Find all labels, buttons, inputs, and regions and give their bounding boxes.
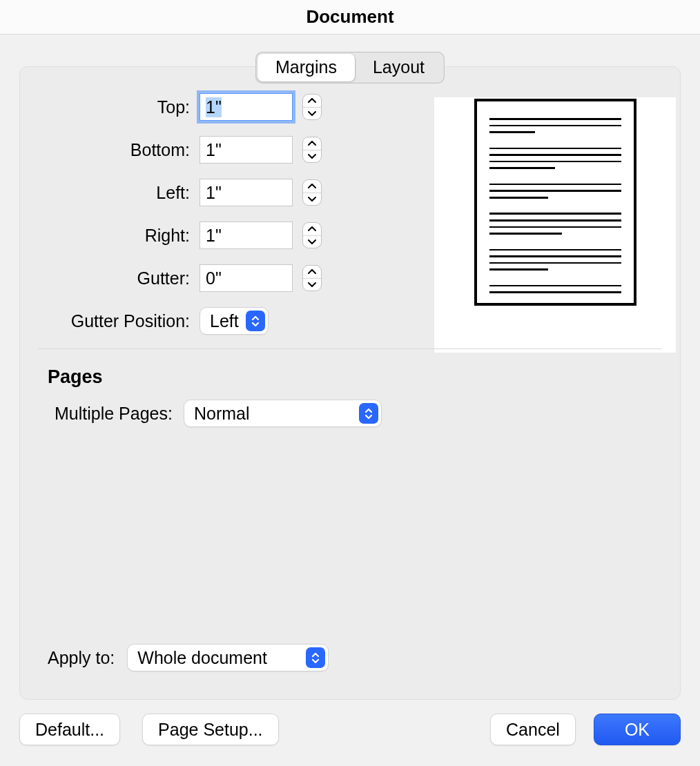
stepper-top-down[interactable] <box>303 108 321 120</box>
margins-fields: Top: Bottom: Left: Right: <box>48 93 322 350</box>
page-preview <box>474 99 636 306</box>
updown-chevron-icon <box>306 647 325 668</box>
label-left: Left: <box>48 183 200 203</box>
default-button[interactable]: Default... <box>19 714 120 745</box>
select-gutter-position-value: Left <box>210 311 246 331</box>
stepper-top[interactable] <box>302 94 322 120</box>
row-apply-to: Apply to: Whole document <box>48 644 329 671</box>
stepper-gutter[interactable] <box>302 265 322 291</box>
select-multiple-pages[interactable]: Normal <box>184 400 382 427</box>
cancel-button[interactable]: Cancel <box>490 714 576 745</box>
stepper-bottom-down[interactable] <box>303 150 321 163</box>
stepper-bottom[interactable] <box>302 137 322 163</box>
label-top: Top: <box>48 97 200 117</box>
input-right[interactable] <box>200 222 293 249</box>
label-multiple-pages: Multiple Pages: <box>55 404 184 424</box>
input-gutter[interactable] <box>200 264 293 292</box>
input-left[interactable] <box>200 179 293 206</box>
row-left: Left: <box>48 179 322 206</box>
page-setup-button[interactable]: Page Setup... <box>142 714 279 745</box>
page-preview-container <box>434 97 676 353</box>
label-right: Right: <box>48 226 200 246</box>
tab-bar: Margins Layout <box>255 52 445 84</box>
stepper-gutter-down[interactable] <box>303 279 321 291</box>
document-settings-panel: Margins Layout Top: Bottom: Left: <box>19 66 681 700</box>
stepper-right-up[interactable] <box>303 223 321 236</box>
input-top[interactable] <box>200 93 293 121</box>
stepper-left-up[interactable] <box>303 180 321 193</box>
pages-heading: Pages <box>48 366 103 388</box>
select-apply-to-value: Whole document <box>137 648 274 668</box>
label-gutter: Gutter: <box>48 268 200 288</box>
row-bottom: Bottom: <box>48 136 322 164</box>
label-bottom: Bottom: <box>48 140 200 160</box>
stepper-right[interactable] <box>302 222 322 248</box>
updown-chevron-icon <box>246 311 265 331</box>
stepper-gutter-up[interactable] <box>303 266 321 279</box>
row-gutter-position: Gutter Position: Left <box>48 307 322 335</box>
tab-margins[interactable]: Margins <box>257 54 355 81</box>
tab-layout[interactable]: Layout <box>355 54 443 81</box>
input-bottom[interactable] <box>200 136 293 164</box>
select-apply-to[interactable]: Whole document <box>127 644 329 671</box>
dialog-button-bar: Default... Page Setup... Cancel OK <box>19 714 681 745</box>
stepper-left-down[interactable] <box>303 193 321 206</box>
separator <box>38 348 662 349</box>
label-apply-to: Apply to: <box>48 648 127 668</box>
select-gutter-position[interactable]: Left <box>200 307 269 335</box>
ok-button[interactable]: OK <box>594 714 681 745</box>
row-right: Right: <box>48 222 322 249</box>
row-gutter: Gutter: <box>48 264 322 292</box>
label-gutter-position: Gutter Position: <box>48 311 200 331</box>
updown-chevron-icon <box>359 403 378 424</box>
stepper-bottom-up[interactable] <box>303 137 321 150</box>
stepper-top-up[interactable] <box>303 95 321 108</box>
dialog-titlebar: Document <box>0 0 700 35</box>
stepper-left[interactable] <box>302 179 322 206</box>
stepper-right-down[interactable] <box>303 236 321 248</box>
row-multiple-pages: Multiple Pages: Normal <box>55 400 382 427</box>
select-multiple-pages-value: Normal <box>194 404 257 424</box>
dialog-title: Document <box>306 6 393 28</box>
row-top: Top: <box>48 93 322 121</box>
